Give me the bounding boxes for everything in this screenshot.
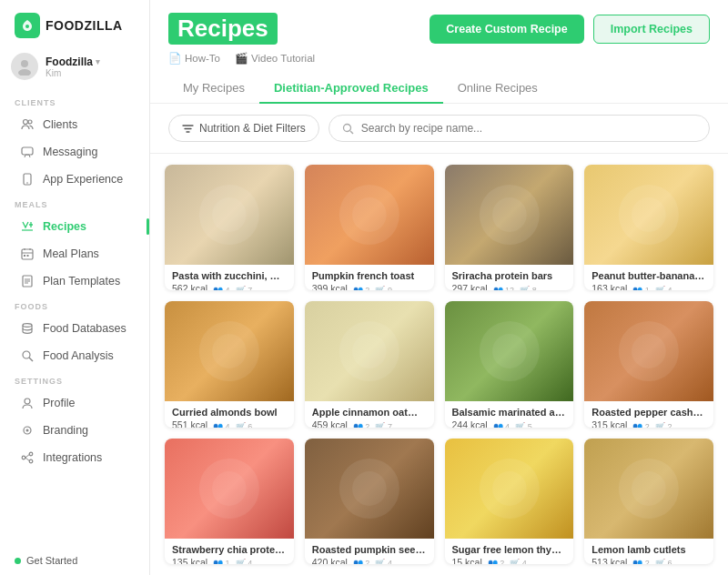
clients-icon (20, 117, 35, 132)
get-started-label: Get Started (26, 555, 77, 566)
recipe-meta: 459 kcal 👥 2 🛒 7 (312, 419, 427, 427)
recipe-name: Pumpkin french toast (312, 270, 427, 281)
tab-dietitian-approved[interactable]: Dietitian-Approved Recipes (259, 74, 443, 104)
sidebar-item-food-analysis[interactable]: Food Analysis (5, 342, 144, 369)
recipe-card[interactable]: Sriracha protein bars 297 kcal 👥 12 🛒 8 … (445, 165, 574, 290)
sidebar-label-recipes: Recipes (43, 220, 86, 233)
recipe-kcal: 551 kcal (172, 419, 207, 427)
video-tutorial-link[interactable]: 🎬 Video Tutorial (235, 52, 315, 65)
recipe-kcal: 315 kcal (592, 419, 627, 427)
servings-icon: 👥 2 (353, 286, 370, 291)
recipe-meta: 163 kcal 👥 1 🛒 4 (592, 283, 706, 290)
chevron-down-icon: ▾ (96, 57, 100, 66)
get-started-button[interactable]: Get Started (0, 546, 149, 575)
recipe-kcal: 562 kcal (172, 283, 207, 290)
how-to-link[interactable]: 📄 How-To (168, 52, 220, 65)
sidebar-item-meal-plans[interactable]: Meal Plans (5, 240, 144, 267)
recipe-name: Pasta with zucchini, mint... (172, 270, 287, 281)
tab-my-recipes[interactable]: My Recipes (168, 74, 259, 104)
cart-icon: 🛒 4 (375, 559, 392, 564)
svg-point-20 (343, 124, 350, 131)
main-content: Recipes Create Custom Recipe Import Reci… (150, 0, 728, 575)
svg-rect-10 (27, 255, 29, 257)
svg-rect-9 (24, 255, 25, 257)
svg-point-2 (18, 69, 31, 76)
cart-icon: 🛒 5 (515, 422, 532, 428)
sidebar-item-messaging[interactable]: Messaging (5, 138, 144, 166)
servings-icon: 👥 2 (353, 422, 370, 428)
sidebar-item-clients[interactable]: Clients (5, 111, 144, 138)
recipe-card[interactable]: Pumpkin french toast 399 kcal 👥 2 🛒 9 F … (305, 165, 434, 290)
cart-icon: 🛒 7 (236, 286, 253, 291)
sidebar-item-branding[interactable]: Branding (5, 417, 144, 444)
recipe-kcal: 513 kcal (592, 557, 627, 564)
sidebar-label-app-experience: App Experience (43, 173, 123, 186)
recipe-card[interactable]: Apple cinnamon oatmeal 459 kcal 👥 2 🛒 7 … (305, 301, 434, 427)
recipe-meta: 562 kcal 👥 4 🛒 7 (172, 283, 287, 290)
recipe-card[interactable]: Lemon lamb cutlets 513 kcal 👥 2 🛒 6 F - … (584, 439, 713, 564)
sidebar-label-plan-templates: Plan Templates (43, 275, 120, 288)
sidebar-label-messaging: Messaging (43, 146, 97, 158)
recipe-info: Apple cinnamon oatmeal 459 kcal 👥 2 🛒 7 … (305, 401, 434, 427)
svg-point-38 (212, 471, 247, 506)
food-databases-icon (20, 321, 35, 336)
recipe-image (165, 301, 294, 401)
search-input[interactable] (361, 122, 696, 135)
status-dot (15, 558, 21, 564)
logo[interactable]: FOODZILLA (0, 0, 149, 47)
sidebar-label-meal-plans: Meal Plans (43, 247, 99, 260)
messaging-icon (20, 145, 35, 159)
sidebar-item-recipes[interactable]: Recipes (5, 213, 144, 240)
sidebar-item-integrations[interactable]: Integrations (5, 444, 144, 471)
sidebar-item-app-experience[interactable]: App Experience (5, 166, 144, 193)
sidebar-item-profile[interactable]: Profile (5, 389, 144, 417)
sidebar-label-profile: Profile (43, 397, 75, 409)
tab-online-recipes[interactable]: Online Recipes (443, 74, 552, 104)
recipe-card[interactable]: Pasta with zucchini, mint... 562 kcal 👥 … (165, 165, 294, 290)
recipe-card[interactable]: Sugar free lemon thyme ... 15 kcal 👥 2 🛒… (445, 439, 574, 564)
recipe-card[interactable]: Peanut butter-banana ci... 163 kcal 👥 1 … (584, 165, 713, 290)
recipe-meta: 297 kcal 👥 12 🛒 8 (452, 283, 567, 290)
servings-icon: 👥 1 (632, 286, 650, 291)
section-settings: SETTINGS (0, 369, 149, 389)
recipe-image (445, 165, 574, 265)
sidebar-label-clients: Clients (43, 118, 77, 131)
svg-rect-5 (22, 147, 33, 155)
recipe-info: Sugar free lemon thyme ... 15 kcal 👥 2 🛒… (445, 539, 574, 564)
recipe-meta: 15 kcal 👥 2 🛒 4 (452, 557, 567, 564)
video-icon: 🎬 (235, 52, 248, 65)
import-recipes-button[interactable]: Import Recipes (593, 15, 710, 44)
recipe-kcal: 244 kcal (452, 419, 488, 427)
recipe-card[interactable]: Roasted pepper cashews 315 kcal 👥 2 🛒 2 … (584, 301, 713, 427)
cart-icon: 🛒 9 (375, 286, 392, 291)
main-header: Recipes Create Custom Recipe Import Reci… (150, 0, 728, 104)
servings-icon: 👥 2 (488, 559, 505, 564)
recipe-image (445, 439, 574, 539)
nutrition-filter-button[interactable]: Nutrition & Diet Filters (168, 115, 319, 142)
recipe-info: Pumpkin french toast 399 kcal 👥 2 🛒 9 F … (305, 265, 434, 290)
svg-point-7 (26, 182, 28, 184)
recipe-image (305, 165, 434, 265)
svg-point-32 (352, 334, 387, 368)
tabs: My Recipes Dietitian-Approved Recipes On… (168, 74, 710, 103)
user-profile[interactable]: Foodzilla ▾ Kim (0, 47, 149, 91)
search-box[interactable] (329, 115, 710, 142)
sidebar-item-plan-templates[interactable]: Plan Templates (5, 267, 144, 295)
cart-icon: 🛒 4 (510, 559, 527, 564)
svg-point-19 (29, 459, 33, 463)
recipe-kcal: 163 kcal (592, 283, 627, 290)
recipe-card[interactable]: Curried almonds bowl 551 kcal 👥 4 🛒 6 F … (165, 301, 294, 427)
recipe-card[interactable]: Balsamic marinated asp... 244 kcal 👥 4 🛒… (445, 301, 574, 427)
recipe-card[interactable]: Strawberry chia protein ... 135 kcal 👥 1… (165, 439, 294, 564)
recipe-card[interactable]: Roasted pumpkin seeds 420 kcal 👥 2 🛒 4 F… (305, 439, 434, 564)
create-recipe-button[interactable]: Create Custom Recipe (430, 15, 583, 44)
sidebar-item-food-databases[interactable]: Food Databases (5, 315, 144, 342)
header-actions: Create Custom Recipe Import Recipes (430, 15, 710, 44)
profile-icon (20, 396, 35, 410)
servings-icon: 👥 2 (632, 422, 650, 428)
recipe-info: Pasta with zucchini, mint... 562 kcal 👥 … (165, 265, 294, 290)
recipe-info: Strawberry chia protein ... 135 kcal 👥 1… (165, 539, 294, 564)
svg-point-30 (212, 334, 247, 368)
app-experience-icon (20, 172, 35, 187)
svg-point-24 (352, 197, 387, 232)
